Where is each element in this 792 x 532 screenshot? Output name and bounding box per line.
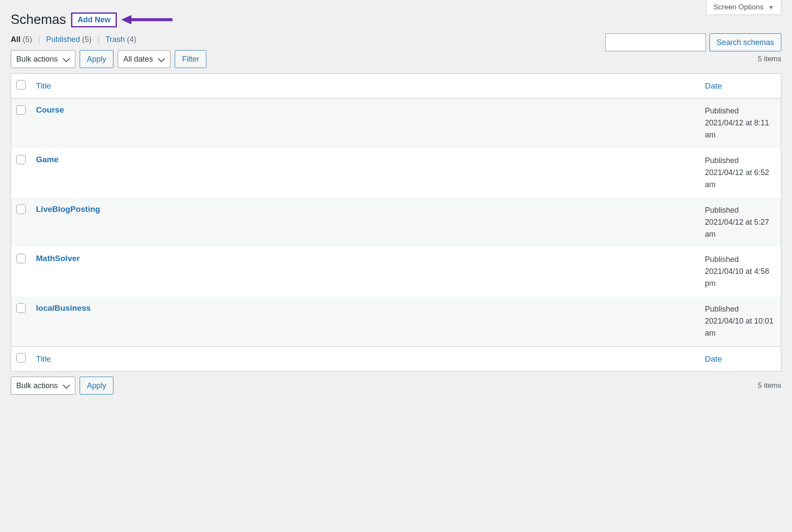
svg-marker-1: [121, 15, 131, 24]
table-row: LiveBlogPostingPublished2021/04/12 at 5:…: [11, 198, 781, 247]
row-title-link[interactable]: MathSolver: [36, 254, 80, 263]
chevron-down-icon: ▼: [768, 4, 774, 11]
search-button[interactable]: Search schemas: [709, 33, 781, 51]
row-title-link[interactable]: localBusiness: [36, 303, 91, 312]
screen-options-toggle[interactable]: Screen Options ▼: [706, 0, 781, 15]
column-date-bottom[interactable]: Date: [705, 354, 722, 363]
bulk-actions-select[interactable]: Bulk actions: [11, 50, 75, 68]
row-date: 2021/04/12 at 6:52 am: [705, 168, 769, 189]
table-row: CoursePublished2021/04/12 at 8:11 am: [11, 98, 781, 148]
row-checkbox[interactable]: [16, 205, 26, 214]
search-input[interactable]: [605, 33, 706, 51]
column-title-bottom[interactable]: Title: [36, 354, 51, 363]
apply-button-bottom[interactable]: Apply: [80, 377, 113, 395]
view-published[interactable]: Published: [46, 35, 80, 44]
apply-button-top[interactable]: Apply: [80, 50, 113, 68]
view-trash-count: (4): [127, 35, 137, 44]
view-all-label[interactable]: All: [11, 35, 21, 44]
row-status: Published: [705, 255, 739, 264]
row-date: 2021/04/10 at 4:58 pm: [705, 267, 769, 288]
row-title-link[interactable]: LiveBlogPosting: [36, 205, 100, 214]
table-row: MathSolverPublished2021/04/10 at 4:58 pm: [11, 247, 781, 297]
row-checkbox[interactable]: [16, 254, 26, 263]
bulk-actions-select-bottom[interactable]: Bulk actions: [11, 377, 75, 395]
page-title: Schemas: [11, 12, 66, 27]
add-new-button[interactable]: Add New: [71, 12, 117, 27]
row-title-link[interactable]: Course: [36, 105, 64, 114]
row-date: 2021/04/10 at 10:01 am: [705, 317, 774, 337]
view-all-count: (5): [23, 35, 32, 44]
select-all-bottom[interactable]: [16, 353, 26, 363]
items-count-bottom: 5 items: [758, 381, 781, 390]
table-row: localBusinessPublished2021/04/10 at 10:0…: [11, 297, 781, 346]
row-status: Published: [705, 156, 739, 165]
row-date: 2021/04/12 at 8:11 am: [705, 119, 769, 139]
select-all-top[interactable]: [16, 80, 26, 89]
view-published-count: (5): [82, 35, 92, 44]
row-status: Published: [705, 206, 739, 214]
row-checkbox[interactable]: [16, 105, 26, 115]
row-title-link[interactable]: Game: [36, 155, 59, 164]
row-date: 2021/04/12 at 5:27 am: [705, 218, 769, 238]
filter-button[interactable]: Filter: [175, 50, 206, 68]
date-filter-select[interactable]: All dates: [118, 50, 170, 68]
view-trash[interactable]: Trash: [105, 35, 125, 44]
annotation-arrow: [121, 14, 173, 26]
row-checkbox[interactable]: [16, 303, 26, 313]
column-title-top[interactable]: Title: [36, 81, 51, 90]
screen-options-label: Screen Options: [713, 3, 763, 11]
table-row: GamePublished2021/04/12 at 6:52 am: [11, 148, 781, 198]
schemas-table: Title Date CoursePublished2021/04/12 at …: [11, 73, 781, 372]
items-count-top: 5 items: [758, 55, 781, 63]
row-status: Published: [705, 107, 739, 115]
column-date-top[interactable]: Date: [705, 81, 722, 90]
row-status: Published: [705, 305, 739, 313]
row-checkbox[interactable]: [16, 155, 26, 164]
